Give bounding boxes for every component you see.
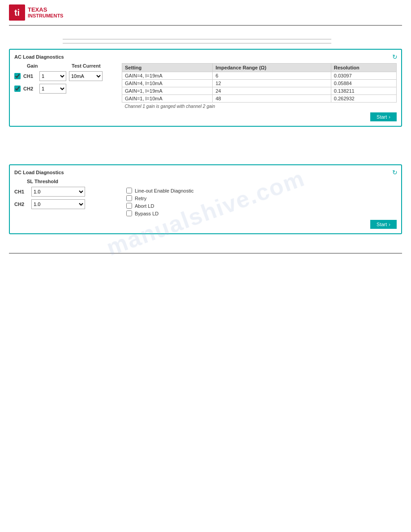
ac-ch1-checkbox[interactable] — [14, 73, 21, 79]
table-row: GAIN=4, I=10mA 12 0.05884 — [122, 80, 397, 87]
ti-logo-text: TEXAS INSTRUMENTS — [28, 6, 63, 19]
dc-bypass-ld-row: Bypass LD — [126, 210, 193, 216]
ac-row4-resolution: 0.262932 — [331, 95, 396, 103]
ac-ch2-row: CH2 1 2 4 — [14, 84, 113, 94]
ac-row2-impedance: 12 — [213, 80, 331, 87]
ti-logo-icon: ti — [9, 4, 25, 21]
sl-threshold-title: SL Threshold — [14, 179, 113, 184]
dc-ch2-row: CH2 1.0 2.0 3.0 — [14, 199, 113, 209]
dc-ch1-row: CH1 1.0 2.0 3.0 — [14, 187, 113, 197]
svg-text:ti: ti — [14, 8, 20, 17]
section-line-2 — [63, 43, 331, 43]
ac-left: Gain Test Current CH1 1 2 4 10mA 19mA — [14, 63, 113, 109]
ac-row2-setting: GAIN=4, I=10mA — [122, 80, 213, 87]
ac-table-header-resolution: Resolution — [331, 64, 396, 72]
ac-row3-resolution: 0.138211 — [331, 87, 396, 95]
ac-row3-impedance: 24 — [213, 87, 331, 95]
ac-start-label: Start — [377, 114, 387, 120]
ac-row2-resolution: 0.05884 — [331, 80, 396, 87]
ac-table-header-impedance: Impedance Range (Ω) — [213, 64, 331, 72]
ac-test-current-header: Test Current — [72, 63, 107, 69]
ac-ch2-checkbox[interactable] — [14, 86, 21, 92]
ac-panel-title: AC Load Diagnostics — [14, 54, 397, 60]
ac-row1-setting: GAIN=4, I=19mA — [122, 72, 213, 80]
dc-retry-row: Retry — [126, 195, 193, 201]
dc-retry-label: Retry — [135, 196, 146, 201]
dc-line-out-label: Line-out Enable Diagnostic — [135, 188, 193, 193]
ac-row1-impedance: 6 — [213, 72, 331, 80]
dc-ch1-sl-select[interactable]: 1.0 2.0 3.0 — [31, 187, 85, 197]
ti-logo-line2: INSTRUMENTS — [28, 13, 63, 19]
ac-row1-resolution: 0.03097 — [331, 72, 396, 80]
ac-row4-setting: GAIN=1, I=10mA — [122, 95, 213, 103]
dc-retry-checkbox[interactable] — [126, 195, 132, 201]
ac-gain-header: Gain — [27, 63, 58, 69]
dc-left: SL Threshold CH1 1.0 2.0 3.0 CH2 1.0 2.0 — [14, 179, 113, 216]
dc-start-chevron-icon: › — [389, 222, 390, 227]
ac-refresh-icon[interactable]: ↻ — [392, 53, 398, 60]
ti-logo-line1: TEXAS — [28, 6, 63, 13]
dc-ch2-sl-select[interactable]: 1.0 2.0 3.0 — [31, 199, 85, 209]
dc-panel-title: DC Load Diagnostics — [14, 170, 397, 175]
ac-table-header-setting: Setting — [122, 64, 213, 72]
dc-right: Line-out Enable Diagnostic Retry Abort L… — [126, 179, 193, 216]
table-row: GAIN=4, I=19mA 6 0.03097 — [122, 72, 397, 80]
dc-ch1-label: CH1 — [14, 189, 28, 194]
ac-ch2-gain-select[interactable]: 1 2 4 — [39, 84, 66, 94]
dc-abort-ld-checkbox[interactable] — [126, 203, 132, 209]
dc-abort-ld-label: Abort LD — [135, 203, 154, 209]
ti-logo: ti TEXAS INSTRUMENTS — [9, 4, 63, 21]
spacer-1 — [9, 132, 402, 159]
dc-bypass-ld-label: Bypass LD — [135, 211, 158, 216]
ac-start-button[interactable]: Start › — [370, 112, 397, 121]
ac-load-diagnostics-panel: AC Load Diagnostics ↻ Gain Test Current … — [9, 49, 402, 127]
dc-start-button[interactable]: Start › — [370, 220, 397, 229]
ac-body: Gain Test Current CH1 1 2 4 10mA 19mA — [14, 63, 397, 109]
dc-abort-ld-row: Abort LD — [126, 203, 193, 209]
dc-refresh-icon[interactable]: ↻ — [392, 169, 398, 176]
ac-table-note-row: Channel 1 gain is ganged with channel 2 … — [122, 103, 397, 109]
section-lines — [63, 39, 402, 43]
dc-line-out-checkbox[interactable] — [126, 188, 132, 193]
ac-table-note: Channel 1 gain is ganged with channel 2 … — [122, 103, 397, 109]
ac-table: Setting Impedance Range (Ω) Resolution G… — [122, 63, 397, 109]
dc-bypass-ld-checkbox[interactable] — [126, 210, 132, 216]
content: AC Load Diagnostics ↻ Gain Test Current … — [0, 26, 411, 244]
ac-ch1-label: CH1 — [23, 73, 37, 79]
dc-body: SL Threshold CH1 1.0 2.0 3.0 CH2 1.0 2.0 — [14, 179, 397, 216]
dc-load-diagnostics-panel: DC Load Diagnostics ↻ SL Threshold CH1 1… — [9, 164, 402, 234]
ac-row3-setting: GAIN=1, I=19mA — [122, 87, 213, 95]
section-line-1 — [63, 39, 331, 39]
footer-divider — [9, 253, 402, 253]
header: ti TEXAS INSTRUMENTS — [0, 0, 411, 25]
ac-col-headers: Gain Test Current — [14, 63, 113, 69]
ac-row4-impedance: 48 — [213, 95, 331, 103]
ac-ch1-row: CH1 1 2 4 10mA 19mA — [14, 71, 113, 81]
dc-ch2-label: CH2 — [14, 202, 28, 207]
ac-ch1-gain-select[interactable]: 1 2 4 — [39, 71, 66, 81]
table-row: GAIN=1, I=19mA 24 0.138211 — [122, 87, 397, 95]
ac-start-button-container: Start › — [14, 112, 397, 121]
ac-ch2-label: CH2 — [23, 86, 37, 91]
table-row: GAIN=1, I=10mA 48 0.262932 — [122, 95, 397, 103]
ac-start-chevron-icon: › — [389, 114, 390, 120]
dc-start-label: Start — [377, 222, 387, 227]
dc-line-out-row: Line-out Enable Diagnostic — [126, 188, 193, 193]
ac-ch1-test-current-select[interactable]: 10mA 19mA — [69, 71, 103, 81]
dc-start-button-container: Start › — [14, 220, 397, 229]
